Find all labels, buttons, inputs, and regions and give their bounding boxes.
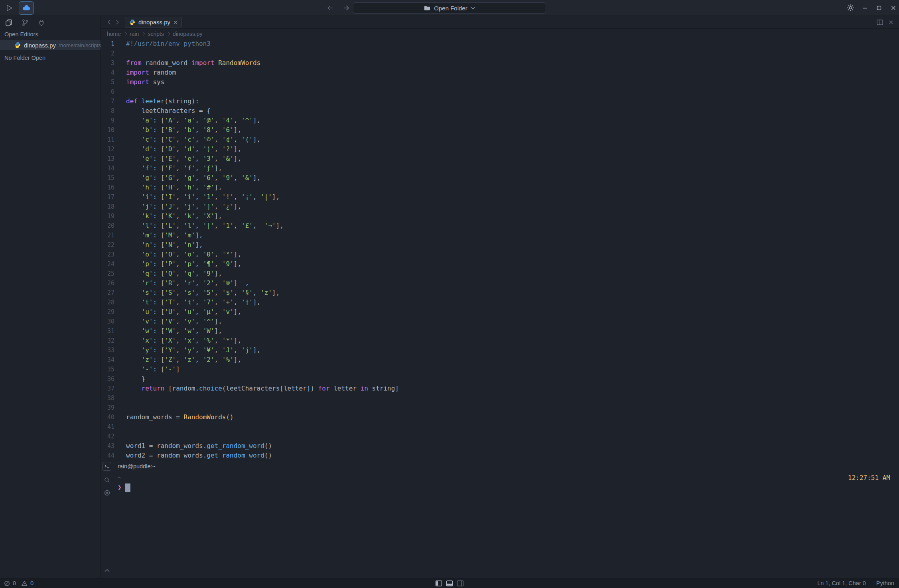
code-line[interactable]: 17 'i': ['I', 'i', '1', '!', '¡', '|'],: [101, 192, 899, 202]
code-line[interactable]: 12 'd': ['D', 'd', ')', '?'],: [101, 144, 899, 154]
code-line[interactable]: 10 'b': ['B', 'b', '8', '6'],: [101, 125, 899, 135]
code-line[interactable]: 37 return [random.choice(leetCharacters[…: [101, 384, 899, 393]
code-line[interactable]: 40random_words = RandomWords(): [101, 412, 899, 422]
code-text: 'j': ['J', 'j', ']', '¿'],: [114, 202, 241, 211]
code-line[interactable]: 39: [101, 403, 899, 412]
close-window-button[interactable]: [888, 2, 899, 14]
code-line[interactable]: 20 'l': ['L', 'l', '|', '1', '£', '¬'],: [101, 221, 899, 231]
search-panel-button[interactable]: [103, 476, 110, 483]
code-line[interactable]: 21 'm': ['M', 'm'],: [101, 231, 899, 240]
code-line[interactable]: 43word1 = random_words.get_random_word(): [101, 441, 899, 451]
code-text: 'b': ['B', 'b', '8', '6'],: [114, 125, 241, 135]
code-line[interactable]: 3from random_word import RandomWords: [101, 58, 899, 68]
remote-connection-button[interactable]: [19, 1, 34, 15]
code-line[interactable]: 32 'x': ['X', 'x', '%', '*'],: [101, 336, 899, 345]
tab-close-icon[interactable]: [173, 20, 177, 24]
code-line[interactable]: 25 'q': ['Q', 'q', '9'],: [101, 269, 899, 278]
code-line[interactable]: 18 'j': ['J', 'j', ']', '¿'],: [101, 202, 899, 211]
minimize-button[interactable]: [859, 2, 870, 14]
code-area[interactable]: 1#!/usr/bin/env python323from random_wor…: [101, 39, 899, 460]
code-text: 'h': ['H', 'h', '#'],: [114, 183, 222, 192]
tabs-forward-icon[interactable]: [116, 20, 119, 25]
code-line[interactable]: 6: [101, 87, 899, 97]
code-text: return [random.choice(leetCharacters[let…: [114, 384, 399, 393]
breadcrumb-item[interactable]: dinopass.py: [173, 31, 203, 37]
source-control-icon[interactable]: [21, 19, 29, 27]
settings-button[interactable]: [845, 2, 856, 14]
maximize-button[interactable]: [873, 2, 885, 14]
code-line[interactable]: 28 't': ['T', 't', '7', '+', '†'],: [101, 298, 899, 307]
code-line[interactable]: 27 's': ['S', 's', '5', '$', '§', 'z'],: [101, 288, 899, 298]
code-line[interactable]: 16 'h': ['H', 'h', '#'],: [101, 183, 899, 192]
code-line[interactable]: 22 'n': ['N', 'n'],: [101, 240, 899, 250]
code-line[interactable]: 36 }: [101, 374, 899, 384]
tab-dinopass[interactable]: dinopass.py: [125, 17, 182, 28]
toggle-right-panel-icon[interactable]: [457, 580, 464, 586]
tabs-back-icon[interactable]: [107, 20, 111, 25]
code-line[interactable]: 15 'g': ['G', 'g', '6', '9', '&'],: [101, 173, 899, 183]
terminal-tab-label: rain@puddle:~: [118, 463, 156, 470]
code-line[interactable]: 29 'u': ['U', 'u', 'µ', 'v'],: [101, 307, 899, 317]
cursor-position[interactable]: Ln 1, Col 1, Char 0: [817, 580, 866, 586]
code-text: [114, 49, 126, 58]
line-number: 37: [101, 384, 114, 393]
open-editor-name: dinopass.py: [24, 42, 56, 49]
code-line[interactable]: 38: [101, 393, 899, 403]
code-line[interactable]: 11 'c': ['C', 'c', '©', '¢', '('],: [101, 135, 899, 144]
line-number: 2: [101, 49, 114, 58]
code-text: '-': ['-']: [114, 365, 180, 374]
code-line[interactable]: 7def leeter(string):: [101, 97, 899, 106]
toggle-bottom-panel-icon[interactable]: [446, 580, 453, 586]
code-line[interactable]: 33 'y': ['Y', 'y', '¥', 'J', 'j'],: [101, 345, 899, 355]
code-line[interactable]: 41: [101, 422, 899, 432]
file-explorer-icon[interactable]: [5, 19, 13, 27]
breadcrumb-item[interactable]: rain: [130, 31, 139, 37]
code-line[interactable]: 42: [101, 432, 899, 441]
line-number: 11: [101, 135, 114, 144]
code-line[interactable]: 14 'f': ['F', 'f', 'ƒ'],: [101, 164, 899, 173]
open-folder-button[interactable]: Open Folder: [353, 2, 546, 14]
code-line[interactable]: 30 'v': ['V', 'v', '^'],: [101, 317, 899, 326]
code-line[interactable]: 35 '-': ['-']: [101, 365, 899, 374]
terminal-panel-button[interactable]: [103, 462, 111, 471]
code-line[interactable]: 9 'a': ['A', 'a', '@', '4', '^'],: [101, 116, 899, 125]
code-line[interactable]: 5import sys: [101, 77, 899, 87]
breadcrumb-item[interactable]: home: [107, 31, 121, 37]
code-line[interactable]: 23 'o': ['O', 'o', '0', '°'],: [101, 250, 899, 259]
code-text: [114, 403, 126, 412]
code-line[interactable]: 19 'k': ['K', 'k', 'X'],: [101, 211, 899, 221]
plugins-icon[interactable]: [37, 19, 45, 27]
terminal[interactable]: rain@puddle:~ ~ 12:27:51 AM ❯: [113, 460, 899, 578]
line-number: 30: [101, 317, 114, 326]
split-editor-icon[interactable]: [877, 20, 883, 25]
code-line[interactable]: 34 'z': ['Z', 'z', '2', '%'],: [101, 355, 899, 365]
code-line[interactable]: 8 leetCharacters = {: [101, 106, 899, 116]
code-line[interactable]: 26 'r': ['R', 'r', '2', '®'] ,: [101, 278, 899, 288]
nav-back-button[interactable]: [324, 2, 335, 14]
code-text: def leeter(string):: [114, 97, 199, 106]
code-text: 'x': ['X', 'x', '%', '*'],: [114, 336, 241, 345]
toggle-left-panel-icon[interactable]: [436, 580, 442, 586]
maximize-panel-button[interactable]: [103, 567, 110, 574]
nav-forward-button[interactable]: [341, 2, 353, 14]
line-number: 3: [101, 58, 114, 68]
code-text: #!/usr/bin/env python3: [114, 39, 211, 49]
terminal-body[interactable]: ~ 12:27:51 AM ❯: [118, 472, 899, 492]
python-file-icon: [129, 19, 135, 25]
terminal-tab[interactable]: rain@puddle:~: [118, 460, 899, 472]
code-line[interactable]: 24 'p': ['P', 'p', '¶', '9'],: [101, 259, 899, 269]
problems-panel-button[interactable]: [103, 489, 110, 496]
breadcrumb-separator-icon: [142, 32, 145, 36]
problems-status[interactable]: 0 0: [4, 580, 34, 586]
code-line[interactable]: 44word2 = random_words.get_random_word(): [101, 451, 899, 460]
open-editor-item[interactable]: dinopass.py /home/rain/scripts: [0, 40, 101, 50]
code-line[interactable]: 4import random: [101, 68, 899, 77]
language-mode[interactable]: Python: [876, 580, 894, 586]
code-line[interactable]: 2: [101, 49, 899, 58]
code-line[interactable]: 31 'w': ['W', 'w', 'W'],: [101, 326, 899, 336]
code-text: random_words = RandomWords(): [114, 412, 234, 422]
code-line[interactable]: 13 'e': ['E', 'e', '3', '&'],: [101, 154, 899, 164]
close-editor-icon[interactable]: [889, 20, 893, 25]
breadcrumb-item[interactable]: scripts: [148, 31, 164, 37]
code-line[interactable]: 1#!/usr/bin/env python3: [101, 39, 899, 49]
